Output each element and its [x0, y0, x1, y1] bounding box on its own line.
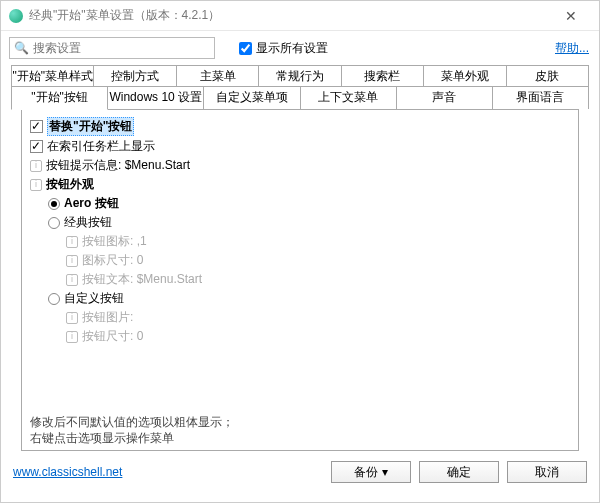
item-button-image[interactable]: i 按钮图片: — [30, 308, 570, 327]
item-replace-start-button[interactable]: 替换"开始"按钮 — [30, 116, 570, 137]
info-icon: i — [66, 255, 78, 267]
checkbox-icon[interactable] — [30, 140, 43, 153]
item-show-on-taskbar[interactable]: 在索引任务栏上显示 — [30, 137, 570, 156]
item-label: 按钮尺寸: 0 — [82, 328, 143, 345]
footer-hint: 修改后不同默认值的选项以粗体显示； 右键点击选项显示操作菜单 — [30, 414, 234, 446]
tab-start-menu-style[interactable]: "开始"菜单样式 — [11, 65, 94, 87]
show-all-label: 显示所有设置 — [256, 40, 328, 57]
item-label: Aero 按钮 — [64, 195, 119, 212]
item-button-icon[interactable]: i 按钮图标: ,1 — [30, 232, 570, 251]
item-label: 按钮外观 — [46, 176, 94, 193]
bottom-bar: www.classicshell.net 备份 ▾ 确定 取消 — [1, 451, 599, 493]
window-title: 经典"开始"菜单设置（版本：4.2.1） — [29, 7, 551, 24]
help-link[interactable]: 帮助... — [555, 40, 589, 57]
settings-tree: 替换"开始"按钮 在索引任务栏上显示 i 按钮提示信息: $Menu.Start… — [22, 110, 578, 352]
info-icon: i — [30, 160, 42, 172]
item-label: 经典按钮 — [64, 214, 112, 231]
tab-context-menu[interactable]: 上下文菜单 — [300, 86, 397, 109]
radio-icon[interactable] — [48, 198, 60, 210]
tab-ui-language[interactable]: 界面语言 — [492, 86, 589, 109]
close-icon: ✕ — [565, 8, 577, 24]
toolbar: 🔍 显示所有设置 帮助... — [1, 31, 599, 65]
backup-button[interactable]: 备份 ▾ — [331, 461, 411, 483]
cancel-button[interactable]: 取消 — [507, 461, 587, 483]
search-icon: 🔍 — [14, 41, 29, 55]
item-button-appearance-group[interactable]: i 按钮外观 — [30, 175, 570, 194]
tab-general-behavior[interactable]: 常规行为 — [258, 65, 341, 87]
item-label: 替换"开始"按钮 — [47, 117, 134, 136]
titlebar: 经典"开始"菜单设置（版本：4.2.1） ✕ — [1, 1, 599, 31]
info-icon: i — [66, 236, 78, 248]
info-icon: i — [30, 179, 42, 191]
item-button-tooltip[interactable]: i 按钮提示信息: $Menu.Start — [30, 156, 570, 175]
tab-search-bar[interactable]: 搜索栏 — [341, 65, 424, 87]
tab-skin[interactable]: 皮肤 — [506, 65, 589, 87]
tab-row-1: "开始"菜单样式 控制方式 主菜单 常规行为 搜索栏 菜单外观 皮肤 — [11, 65, 589, 87]
item-aero-button[interactable]: Aero 按钮 — [30, 194, 570, 213]
tab-control-mode[interactable]: 控制方式 — [93, 65, 176, 87]
tab-menu-appearance[interactable]: 菜单外观 — [423, 65, 506, 87]
tab-row-2: "开始"按钮 Windows 10 设置 自定义菜单项 上下文菜单 声音 界面语… — [11, 86, 589, 109]
item-custom-button[interactable]: 自定义按钮 — [30, 289, 570, 308]
tab-custom-menu-items[interactable]: 自定义菜单项 — [203, 86, 300, 109]
radio-icon[interactable] — [48, 217, 60, 229]
tab-win10-settings[interactable]: Windows 10 设置 — [107, 86, 204, 109]
item-label: 自定义按钮 — [64, 290, 124, 307]
info-icon: i — [66, 312, 78, 324]
checkbox-icon[interactable] — [30, 120, 43, 133]
item-label: 在索引任务栏上显示 — [47, 138, 155, 155]
radio-icon[interactable] — [48, 293, 60, 305]
show-all-checkbox[interactable]: 显示所有设置 — [239, 40, 328, 57]
chevron-down-icon: ▾ — [382, 465, 388, 479]
item-button-size[interactable]: i 按钮尺寸: 0 — [30, 327, 570, 346]
website-link[interactable]: www.classicshell.net — [13, 465, 122, 479]
tab-main-menu[interactable]: 主菜单 — [176, 65, 259, 87]
item-label: 按钮图片: — [82, 309, 133, 326]
hint-line-2: 右键点击选项显示操作菜单 — [30, 430, 234, 446]
search-field-wrap[interactable]: 🔍 — [9, 37, 215, 59]
button-group: 备份 ▾ 确定 取消 — [331, 461, 587, 483]
item-classic-button[interactable]: 经典按钮 — [30, 213, 570, 232]
info-icon: i — [66, 274, 78, 286]
item-label: 按钮文本: $Menu.Start — [82, 271, 202, 288]
tabs-container: "开始"菜单样式 控制方式 主菜单 常规行为 搜索栏 菜单外观 皮肤 "开始"按… — [1, 65, 599, 451]
ok-button[interactable]: 确定 — [419, 461, 499, 483]
item-label: 按钮提示信息: $Menu.Start — [46, 157, 190, 174]
tab-sound[interactable]: 声音 — [396, 86, 493, 109]
item-label: 按钮图标: ,1 — [82, 233, 147, 250]
search-input[interactable] — [33, 41, 210, 55]
info-icon: i — [66, 331, 78, 343]
item-icon-size[interactable]: i 图标尺寸: 0 — [30, 251, 570, 270]
tab-start-button[interactable]: "开始"按钮 — [11, 86, 108, 110]
tab-content: 替换"开始"按钮 在索引任务栏上显示 i 按钮提示信息: $Menu.Start… — [21, 109, 579, 451]
app-icon — [9, 9, 23, 23]
hint-line-1: 修改后不同默认值的选项以粗体显示； — [30, 414, 234, 430]
item-label: 图标尺寸: 0 — [82, 252, 143, 269]
close-button[interactable]: ✕ — [551, 2, 591, 30]
item-button-text[interactable]: i 按钮文本: $Menu.Start — [30, 270, 570, 289]
show-all-input[interactable] — [239, 42, 252, 55]
